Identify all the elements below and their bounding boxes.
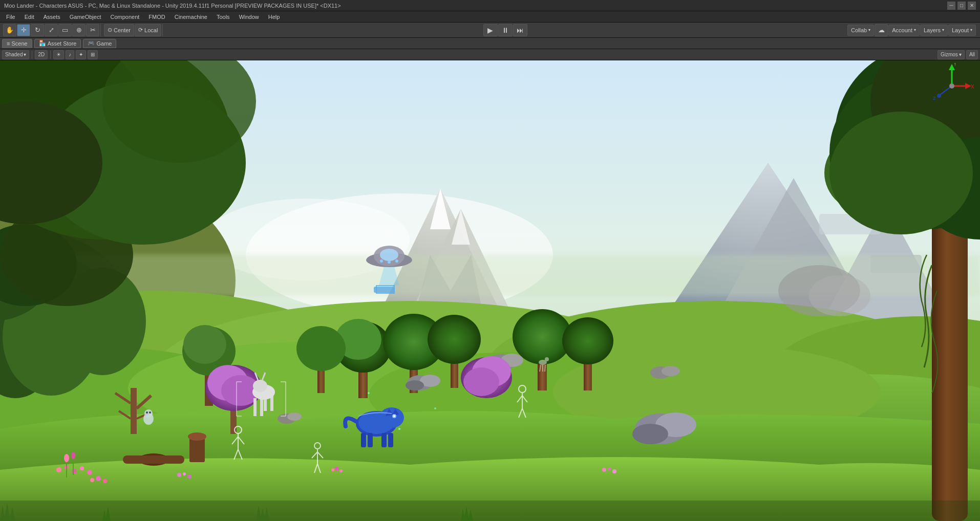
layers-button[interactable]: Layers ▾ (920, 25, 948, 36)
svg-point-54 (562, 317, 613, 364)
game-tab-icon: 🎮 (88, 40, 95, 47)
2d-label: 2D (38, 52, 45, 57)
menu-tools[interactable]: Tools (212, 13, 234, 21)
account-button[interactable]: Account ▾ (888, 25, 920, 36)
scene-background (0, 60, 980, 521)
menu-fmod[interactable]: FMOD (144, 13, 169, 21)
menu-help[interactable]: Help (264, 13, 284, 21)
gizmos-dropdown-icon: ▾ (959, 52, 962, 57)
svg-point-50 (296, 326, 346, 371)
svg-rect-180 (0, 501, 980, 521)
space-button[interactable]: ⟳ Local (135, 24, 161, 36)
game-tab-label: Game (96, 40, 112, 47)
svg-point-172 (829, 112, 973, 234)
svg-point-94 (380, 249, 398, 261)
pivot-icon: ⊙ (108, 27, 112, 33)
options-divider-1 (32, 51, 32, 59)
scene-tab[interactable]: ≡ Scene (2, 39, 32, 48)
svg-rect-105 (388, 433, 393, 447)
scene-tab-label: Scene (11, 40, 27, 47)
svg-rect-102 (361, 433, 366, 447)
main-toolbar: ✋ ✛ ↻ ⤢ ▭ ⊕ ✂ ⊙ Center ⟳ Local ▶ ⏸ ⏭ Col… (0, 23, 980, 38)
all-button[interactable]: All (966, 50, 978, 59)
cloud-button[interactable]: ☁ (875, 24, 888, 36)
svg-point-69 (406, 380, 424, 390)
custom-tool-button[interactable]: ✂ (86, 24, 99, 36)
all-label: All (969, 52, 975, 57)
effects-icon: ✦ (79, 52, 83, 57)
audio-toggle-button[interactable]: ♪ (66, 50, 74, 59)
game-tab[interactable]: 🎮 Game (83, 39, 116, 48)
svg-point-139 (96, 476, 101, 481)
svg-point-126 (149, 411, 151, 414)
svg-point-148 (331, 468, 334, 471)
menu-edit[interactable]: Edit (20, 13, 38, 21)
hand-tool-button[interactable]: ✋ (3, 24, 16, 36)
pause-button[interactable]: ⏸ (498, 24, 513, 36)
2d-mode-button[interactable]: 2D (35, 50, 48, 59)
svg-point-152 (608, 467, 611, 470)
effects-toggle-button[interactable]: ✦ (76, 50, 86, 59)
effects2-toggle-button[interactable]: ⊞ (88, 50, 98, 59)
asset-store-tab[interactable]: 🏪 Asset Store (34, 39, 81, 48)
svg-line-179 (545, 365, 545, 372)
menu-file[interactable]: File (2, 13, 19, 21)
scene-viewport[interactable]: Y X Z (0, 60, 980, 521)
move-tool-button[interactable]: ✛ (17, 24, 30, 36)
svg-point-83 (463, 367, 499, 396)
options-divider-2 (50, 51, 51, 59)
svg-point-106 (379, 407, 404, 428)
svg-rect-66 (123, 455, 184, 464)
space-label: Local (144, 27, 158, 33)
svg-point-142 (64, 454, 69, 462)
svg-rect-84 (253, 398, 257, 416)
transform-tool-button[interactable]: ⊕ (72, 24, 86, 36)
svg-point-182 (809, 275, 870, 316)
svg-point-110 (393, 415, 395, 417)
collab-button[interactable]: Collab ▾ (847, 25, 874, 36)
gizmos-button[interactable]: Gizmos ▾ (938, 50, 965, 59)
lighting-toggle-button[interactable]: ☀ (53, 50, 64, 59)
scene-tab-bar: ≡ Scene 🏪 Asset Store 🎮 Game (0, 38, 980, 49)
svg-point-48 (428, 315, 481, 364)
title-bar: Moo Lander - Characters ASUS - PC, Mac &… (0, 0, 980, 11)
svg-point-147 (187, 474, 191, 479)
svg-point-136 (80, 466, 84, 470)
svg-point-137 (87, 470, 92, 475)
svg-point-140 (103, 479, 107, 483)
account-tools-group: Collab ▾ ☁ Account ▾ Layers ▾ Layout ▾ (846, 24, 977, 36)
close-button[interactable]: ✕ (968, 2, 976, 10)
layout-button[interactable]: Layout ▾ (948, 25, 976, 36)
svg-point-146 (183, 472, 186, 475)
collab-label: Collab (851, 27, 867, 33)
layout-dropdown-icon: ▾ (970, 28, 972, 32)
layout-label: Layout (952, 27, 969, 33)
svg-rect-103 (368, 433, 373, 447)
menu-cinemachine[interactable]: Cinemachine (171, 13, 211, 21)
svg-point-135 (72, 469, 77, 474)
menu-component[interactable]: Component (106, 13, 143, 21)
play-button[interactable]: ▶ (483, 24, 498, 36)
svg-point-185 (398, 428, 400, 430)
svg-point-97 (388, 260, 391, 264)
minimize-button[interactable]: ─ (947, 2, 955, 10)
svg-point-125 (146, 411, 148, 414)
svg-point-149 (335, 467, 339, 471)
svg-point-57 (183, 325, 226, 364)
menu-window[interactable]: Window (235, 13, 263, 21)
pivot-button[interactable]: ⊙ Center (104, 24, 134, 36)
window-title: Moo Lander - Characters ASUS - PC, Mac &… (4, 3, 947, 9)
scale-tool-button[interactable]: ⤢ (45, 24, 58, 36)
svg-point-138 (90, 478, 94, 482)
space-icon: ⟳ (138, 27, 143, 33)
rect-tool-button[interactable]: ▭ (58, 24, 72, 36)
shading-mode-button[interactable]: Shaded ▾ (2, 50, 29, 59)
menu-assets[interactable]: Assets (39, 13, 65, 21)
menu-gameobject[interactable]: GameObject (66, 13, 105, 21)
rotate-tool-button[interactable]: ↻ (31, 24, 44, 36)
maximize-button[interactable]: □ (957, 2, 966, 10)
step-button[interactable]: ⏭ (513, 24, 527, 36)
svg-point-174 (287, 413, 302, 421)
svg-point-144 (71, 452, 75, 459)
audio-icon: ♪ (69, 52, 71, 57)
